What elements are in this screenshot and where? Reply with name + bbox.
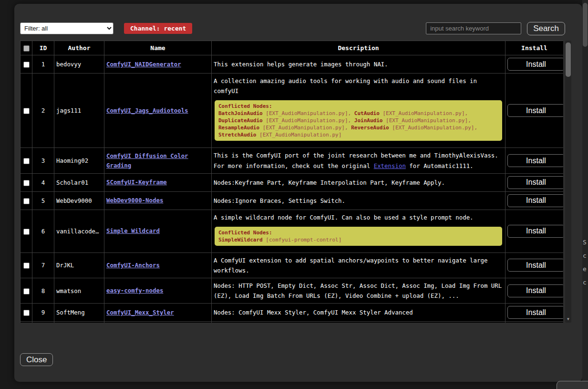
row-checkbox[interactable]	[23, 310, 30, 316]
row-checkbox[interactable]	[23, 62, 30, 68]
select-all-checkbox[interactable]	[23, 45, 30, 52]
install-button[interactable]: Install	[507, 154, 563, 167]
table-row: 5 WebDev9000 WebDev9000-Nodes Nodes:Igno…	[21, 191, 564, 210]
row-id: 2	[32, 74, 54, 148]
clipped-background-text: S	[583, 239, 587, 246]
row-description: Nodes: ComfyUI Mexx Styler, ComfyUI Mexx…	[214, 307, 503, 317]
row-id: 6	[32, 210, 54, 252]
conflict-node-name: CutAudio	[354, 110, 380, 116]
row-checkbox[interactable]	[23, 108, 30, 114]
table-header-row: ID Author Name Description Install	[21, 41, 564, 55]
install-button[interactable]: Install	[507, 194, 563, 207]
row-id: 5	[32, 191, 54, 210]
row-author: bedovyy	[54, 55, 104, 74]
row-description: This extension helps generate images thr…	[214, 59, 503, 69]
install-button[interactable]: Install	[507, 58, 563, 71]
row-author: jags111	[54, 74, 104, 148]
conflict-box: Conflicted Nodes: BatchJoinAudio [EXT_Au…	[215, 100, 502, 141]
row-id: 8	[32, 278, 54, 303]
install-button[interactable]: Install	[507, 225, 563, 238]
table-row: 7 DrJKL ComfyUI-Anchors A ComfyUI extens…	[21, 252, 564, 278]
conflict-node-source: [EXT_AudioManipulation.py]	[259, 132, 341, 138]
install-button[interactable]: Install	[507, 259, 563, 272]
row-description: A simple wildcard node for ComfyUI. Can …	[214, 212, 503, 222]
row-author: zcfrank1st	[54, 322, 104, 323]
page-scrollbar[interactable]	[582, 0, 588, 389]
row-id: 7	[32, 252, 54, 278]
row-checkbox[interactable]	[23, 288, 30, 294]
row-description: Nodes:Ignore Braces, Settings Switch.	[214, 196, 503, 206]
conflict-box: Conflicted Nodes: SimpleWildcard [comfyu…	[215, 227, 502, 246]
conflict-node-source: [comfyui-prompt-control]	[266, 237, 341, 243]
conflict-node-source: [EXT_AudioManipulation.py],	[263, 125, 348, 131]
row-description: A ComfyUI extension to add spatial ancho…	[214, 255, 503, 275]
table-row: 2 jags111 ComfyUI_Jags_Audiotools A coll…	[21, 74, 564, 148]
clipped-background-text: c	[583, 279, 587, 286]
row-author: Haoming02	[54, 148, 104, 173]
conflict-title: Conflicted Nodes:	[218, 103, 498, 110]
row-checkbox[interactable]	[23, 198, 30, 204]
extension-name-link[interactable]: ComfyUI_Mexx_Styler	[106, 309, 174, 316]
row-id: 3	[32, 148, 54, 173]
extension-name-link[interactable]: Simple Wildcard	[106, 227, 160, 234]
search-button[interactable]: Search	[527, 22, 565, 35]
description-text: for Automatic1111.	[406, 162, 474, 169]
extension-name-link[interactable]: SComfyUI-Keyframe	[106, 179, 167, 186]
extension-name-link[interactable]: easy-comfy-nodes	[106, 287, 163, 294]
row-author: vanillacode…	[54, 210, 104, 252]
conflict-title: Conflicted Nodes:	[218, 229, 498, 236]
extension-name-link[interactable]: ComfyUI_Jags_Audiotools	[106, 107, 188, 114]
header-id: ID	[32, 41, 54, 55]
install-button[interactable]: Install	[507, 104, 563, 117]
close-button[interactable]: Close	[20, 353, 53, 366]
extension-external-link[interactable]: Extension	[374, 162, 406, 169]
conflict-node-source: [EXT_AudioManipulation.py],	[266, 117, 351, 124]
page-scrollbar-thumb[interactable]	[583, 3, 588, 47]
row-id: 1	[32, 55, 54, 74]
extension-name-link[interactable]: ComfyUI Diffusion Color Grading	[106, 152, 188, 169]
row-description: Nodes: HTTP POST, Empty Dict, Assoc Str,…	[214, 281, 503, 301]
extension-name-link[interactable]: ComfyUI_NAIDGenerator	[106, 61, 181, 68]
row-id: 9	[32, 304, 54, 322]
search-input[interactable]	[426, 22, 521, 34]
row-checkbox[interactable]	[23, 158, 30, 164]
row-author: DrJKL	[54, 252, 104, 278]
table-row: 3 Haoming02 ComfyUI Diffusion Color Grad…	[21, 148, 564, 173]
conflict-node-source: [EXT_AudioManipulation.py],	[266, 110, 351, 116]
install-button[interactable]: Install	[507, 306, 563, 319]
conflict-node-name: SimpleWildcard	[218, 237, 263, 243]
table-row: 6 vanillacode… Simple Wildcard A simple …	[21, 210, 564, 252]
row-checkbox[interactable]	[23, 229, 30, 235]
table-row: 9 SoftMeng ComfyUI_Mexx_Styler Nodes: Co…	[21, 304, 564, 322]
clipped-background-text: e	[583, 265, 587, 273]
extension-name-link[interactable]: WebDev9000-Nodes	[106, 197, 163, 204]
row-id: 4	[32, 173, 54, 191]
row-description: Nodes:Keyframe Part, Keyframe Interpolat…	[214, 178, 503, 188]
row-author: wmatson	[54, 278, 104, 303]
toolbar: Filter: all Channel: recent Search	[20, 22, 577, 35]
scroll-down-arrow-icon[interactable]: ▼	[565, 317, 571, 321]
row-author: WebDev9000	[54, 191, 104, 210]
conflict-node-name: StretchAudio	[218, 132, 256, 138]
table-scrollbar-thumb[interactable]	[566, 42, 571, 77]
row-description: A collection amazing audio tools for wor…	[214, 76, 503, 96]
install-button[interactable]: Install	[507, 176, 563, 189]
channel-badge: Channel: recent	[124, 23, 192, 34]
conflict-node-source: [EXT_AudioManipulation.py],	[382, 110, 468, 116]
row-author: SoftMeng	[54, 304, 104, 322]
filter-select[interactable]: Filter: all	[20, 22, 113, 34]
row-checkbox[interactable]	[23, 180, 30, 186]
table-row: 1 bedovyy ComfyUI_NAIDGenerator This ext…	[21, 55, 564, 74]
install-button[interactable]: Install	[507, 284, 563, 297]
conflict-node-name: DuplicateAudio	[218, 117, 263, 124]
conflict-node-name: ResampleAudio	[218, 125, 259, 131]
install-custom-nodes-dialog: Filter: all Channel: recent Search ID Au…	[14, 4, 582, 382]
extension-name-link[interactable]: ComfyUI-Anchors	[106, 262, 160, 269]
table-row: 4 Scholar01 SComfyUI-Keyframe Nodes:Keyf…	[21, 173, 564, 191]
partial-corner-button[interactable]	[557, 381, 588, 389]
header-install: Install	[505, 41, 564, 55]
row-checkbox[interactable]	[23, 263, 30, 269]
table-scrollbar[interactable]: ▼	[565, 41, 571, 323]
row-description: This is the ComfyUI port of the joint re…	[214, 150, 503, 170]
table-row: 8 wmatson easy-comfy-nodes Nodes: HTTP P…	[21, 278, 564, 303]
